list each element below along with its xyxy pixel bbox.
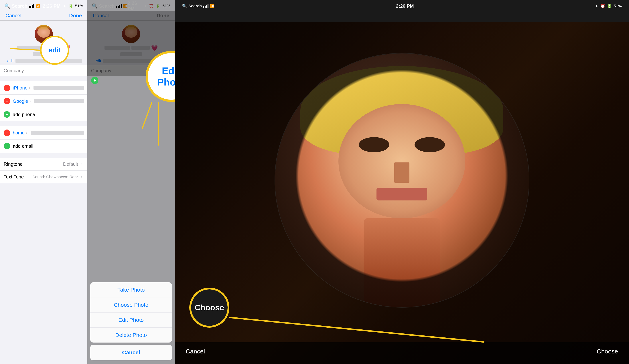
iphone-row[interactable]: − iPhone › bbox=[0, 81, 87, 95]
google-row[interactable]: − Google › bbox=[0, 95, 87, 108]
panel3-choose-button[interactable]: Choose bbox=[597, 348, 618, 355]
phone-section-panel1: − iPhone › − Google › + add phone bbox=[0, 81, 87, 121]
status-bar-panel3: 🔍 Search 📶 2:26 PM ➤ ⏰ 🔋 51% bbox=[175, 0, 629, 11]
battery-icon: 🔋 bbox=[68, 4, 73, 8]
contact-header-panel1: 💗 edit bbox=[0, 20, 87, 65]
add-phone-label: add phone bbox=[13, 112, 35, 117]
status-right-panel3: ➤ ⏰ 🔋 51% bbox=[595, 4, 622, 8]
status-time-panel3: 2:26 PM bbox=[396, 3, 414, 9]
google-label: Google bbox=[13, 98, 28, 104]
nav-bar-panel1: Cancel Done bbox=[0, 11, 87, 20]
photo-area[interactable] bbox=[175, 22, 629, 364]
cancel-button-panel1[interactable]: Cancel bbox=[5, 13, 21, 18]
panel3-bottom-bar: Cancel Choose bbox=[175, 342, 629, 364]
avatar-panel1[interactable] bbox=[35, 25, 53, 43]
ringtone-label: Ringtone bbox=[4, 161, 63, 167]
company-field-panel1[interactable]: Company bbox=[0, 65, 87, 76]
plus-button-area: + bbox=[91, 77, 98, 84]
chevron-icon-google: › bbox=[29, 99, 31, 104]
plus-icon-email[interactable]: + bbox=[4, 143, 10, 149]
status-left-panel3: 🔍 Search 📶 bbox=[182, 4, 214, 8]
panel1-contact-edit: 🔍 Search 📶 2:26 PM ➤ 🔋 51% Cancel Done bbox=[0, 0, 87, 364]
panel3-cancel-button[interactable]: Cancel bbox=[186, 348, 205, 355]
signal-bars-p3 bbox=[203, 4, 208, 8]
battery-icon-p3: 🔋 bbox=[607, 4, 612, 8]
home-label: home bbox=[13, 130, 24, 136]
search-icon-p3: 🔍 bbox=[182, 4, 187, 8]
alarm-icon-p3: ⏰ bbox=[600, 4, 605, 8]
iphone-label: iPhone bbox=[13, 85, 27, 91]
search-icon: 🔍 bbox=[4, 3, 10, 9]
texttone-value: Sound: Chewbacca: Roar bbox=[32, 175, 78, 179]
choose-photo-button[interactable]: Choose Photo bbox=[90, 297, 172, 313]
take-photo-button[interactable]: Take Photo bbox=[90, 282, 172, 297]
chevron-icon-home: › bbox=[26, 130, 27, 135]
action-sheet-cancel-button[interactable]: Cancel bbox=[90, 345, 172, 360]
chevron-texttone: › bbox=[81, 175, 82, 179]
wifi-icon-p3: 📶 bbox=[210, 4, 214, 8]
edit-link-panel1[interactable]: edit bbox=[7, 59, 14, 63]
status-bar-panel1: 🔍 Search 📶 2:26 PM ➤ 🔋 51% bbox=[0, 0, 87, 11]
texttone-label: Text Tone bbox=[4, 174, 32, 180]
chevron-icon-iphone: › bbox=[29, 86, 30, 90]
status-search-label: Search bbox=[12, 3, 27, 9]
signal-bars bbox=[29, 4, 34, 8]
battery-label-p3: 51% bbox=[614, 4, 622, 8]
minus-icon-google[interactable]: − bbox=[4, 98, 10, 105]
minus-icon-iphone[interactable]: − bbox=[4, 85, 10, 91]
status-search-label-p3: Search bbox=[188, 4, 202, 8]
action-sheet-group: Take Photo Choose Photo Edit Photo Delet… bbox=[90, 282, 172, 343]
crop-circle bbox=[275, 53, 529, 308]
google-value bbox=[34, 99, 84, 103]
action-sheet-panel2: Take Photo Choose Photo Edit Photo Delet… bbox=[87, 282, 175, 364]
battery-label: 51% bbox=[75, 4, 83, 8]
panel2-action-sheet: 🔍 Search 📶 2:26 PM ➤ ⏰ 🔋 51% Cancel Done bbox=[87, 0, 175, 364]
contact-name-panel1: 💗 bbox=[4, 45, 84, 51]
status-time-panel1: 2:26 PM bbox=[43, 3, 61, 9]
email-section-panel1: − home › + add email bbox=[0, 126, 87, 153]
wifi-icon: 📶 bbox=[36, 4, 40, 8]
panel3-move-scale: 🔍 Search 📶 2:26 PM ➤ ⏰ 🔋 51% Move and Sc… bbox=[175, 0, 629, 364]
delete-photo-button[interactable]: Delete Photo bbox=[90, 328, 172, 343]
chevron-ringtone: › bbox=[81, 162, 82, 167]
home-row[interactable]: − home › bbox=[0, 126, 87, 139]
ringtone-row[interactable]: Ringtone Default › bbox=[0, 158, 87, 171]
edit-photo-button[interactable]: Edit Photo bbox=[90, 313, 172, 328]
texttone-row[interactable]: Text Tone Sound: Chewbacca: Roar › bbox=[0, 171, 87, 183]
contact-name2-panel1 bbox=[4, 52, 84, 56]
location-icon: ➤ bbox=[63, 4, 66, 8]
ringtone-value: Default bbox=[63, 161, 78, 167]
minus-icon-home[interactable]: − bbox=[4, 129, 10, 136]
iphone-value bbox=[33, 86, 84, 90]
status-left-panel1: 🔍 Search 📶 bbox=[4, 3, 40, 9]
location-icon-p3: ➤ bbox=[595, 4, 598, 8]
add-email-row[interactable]: + add email bbox=[0, 139, 87, 153]
add-email-label: add email bbox=[13, 143, 33, 149]
add-phone-row[interactable]: + add phone bbox=[0, 108, 87, 121]
settings-section-panel1: Ringtone Default › Text Tone Sound: Chew… bbox=[0, 158, 87, 183]
home-value bbox=[31, 131, 84, 135]
plus-icon-phone[interactable]: + bbox=[4, 111, 10, 118]
status-right-panel1: ➤ 🔋 51% bbox=[63, 4, 83, 8]
done-button-panel1[interactable]: Done bbox=[69, 13, 82, 18]
